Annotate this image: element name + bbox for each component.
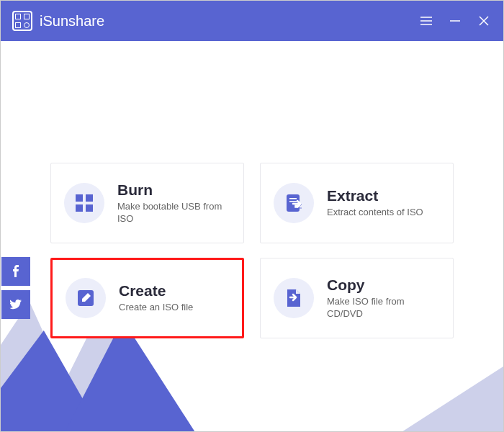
close-icon: [479, 16, 489, 26]
svg-marker-9: [402, 366, 503, 431]
extract-card[interactable]: Extract Extract contents of ISO: [260, 163, 454, 243]
cards-grid: Burn Make bootable USB from ISO: [50, 163, 454, 338]
facebook-icon: [9, 264, 23, 279]
create-text: Create Create an ISO file: [119, 282, 193, 314]
create-title: Create: [119, 282, 193, 300]
content-area: Burn Make bootable USB from ISO: [1, 41, 503, 431]
twitter-icon: [9, 297, 23, 312]
minimize-icon: [450, 16, 460, 26]
svg-marker-7: [1, 330, 102, 431]
extract-icon-wrap: [274, 183, 314, 223]
minimize-button[interactable]: [447, 13, 463, 29]
svg-rect-10: [76, 194, 83, 202]
extract-icon: [283, 192, 305, 214]
svg-rect-12: [76, 204, 83, 212]
create-card[interactable]: Create Create an ISO file: [50, 258, 244, 338]
extract-text: Extract Extract contents of ISO: [327, 187, 423, 219]
copy-icon-wrap: [274, 278, 314, 318]
burn-text: Burn Make bootable USB from ISO: [117, 181, 230, 225]
app-title: iSunshare: [40, 13, 418, 30]
copy-text: Copy Make ISO file from CD/DVD: [327, 276, 440, 320]
svg-rect-15: [289, 198, 297, 199]
social-bar: [1, 257, 30, 319]
twitter-button[interactable]: [1, 290, 30, 319]
create-icon-wrap: [66, 278, 106, 318]
copy-desc: Make ISO file from CD/DVD: [327, 296, 440, 320]
copy-title: Copy: [327, 276, 440, 294]
titlebar: iSunshare: [1, 1, 503, 41]
app-window: iSunshare: [0, 0, 504, 432]
svg-rect-16: [289, 201, 297, 202]
burn-icon-wrap: [64, 183, 104, 223]
burn-card[interactable]: Burn Make bootable USB from ISO: [50, 163, 244, 243]
burn-desc: Make bootable USB from ISO: [117, 201, 230, 225]
hamburger-icon: [420, 17, 432, 25]
svg-rect-13: [86, 204, 93, 212]
burn-icon: [73, 192, 95, 214]
extract-title: Extract: [327, 187, 423, 204]
create-icon: [75, 287, 96, 309]
create-desc: Create an ISO file: [119, 302, 193, 314]
app-logo-icon: [12, 11, 32, 31]
copy-card[interactable]: Copy Make ISO file from CD/DVD: [260, 258, 454, 338]
window-controls: [418, 13, 492, 29]
close-button[interactable]: [476, 13, 492, 29]
menu-button[interactable]: [418, 13, 434, 29]
extract-desc: Extract contents of ISO: [327, 207, 423, 219]
svg-rect-11: [86, 194, 93, 202]
copy-icon: [283, 287, 305, 309]
facebook-button[interactable]: [1, 257, 30, 286]
burn-title: Burn: [117, 181, 230, 199]
